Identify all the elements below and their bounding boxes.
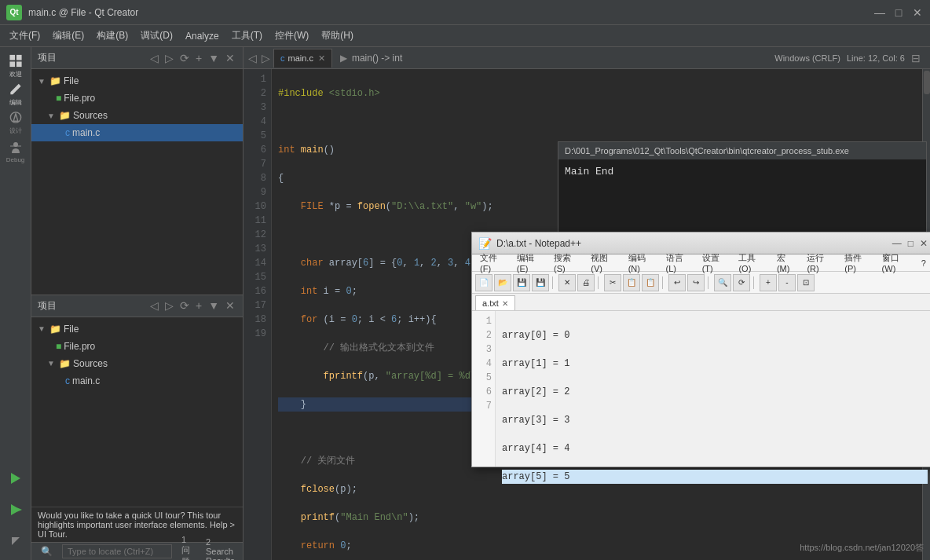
editor-tab-main-c[interactable]: c main.c ✕ bbox=[273, 49, 332, 68]
np-save-all-btn[interactable]: 💾 bbox=[532, 274, 549, 291]
np-menu-settings[interactable]: 设置(T) bbox=[698, 251, 734, 275]
np-zoom-reset[interactable]: ⊡ bbox=[797, 274, 815, 291]
np-zoom-out[interactable]: - bbox=[778, 274, 796, 291]
np-open-btn[interactable]: 📂 bbox=[494, 274, 511, 291]
minimize-button[interactable]: — bbox=[873, 6, 886, 19]
line-numbers: 12345 678910 1112131415 16171819 bbox=[243, 69, 272, 560]
svg-marker-5 bbox=[13, 114, 18, 122]
np-new-btn[interactable]: 📄 bbox=[475, 274, 492, 291]
top-panel-header: 项目 ◁ ▷ ⟳ + ▼ ✕ bbox=[31, 47, 243, 69]
np-menu-search[interactable]: 搜索(S) bbox=[549, 251, 586, 275]
window-title: main.c @ File - Qt Creator bbox=[28, 7, 873, 18]
panel-add-icon[interactable]: + bbox=[194, 52, 203, 64]
np-replace-btn[interactable]: ⟳ bbox=[733, 274, 750, 291]
terminal-content: Main End bbox=[558, 159, 926, 235]
bottom-panel-add[interactable]: + bbox=[194, 299, 203, 312]
np-menu-edit[interactable]: 编辑(E) bbox=[512, 251, 549, 275]
pro-icon: ■ bbox=[56, 93, 61, 104]
tree-arrow-sources: ▼ bbox=[47, 112, 57, 120]
menu-controls[interactable]: 控件(W) bbox=[269, 26, 315, 46]
tree-item-main-c[interactable]: c main.c bbox=[31, 124, 243, 141]
top-panel-title: 项目 bbox=[38, 51, 145, 64]
bottom-tree-file[interactable]: ▼ 📁 File bbox=[31, 320, 243, 338]
bottom-c-icon: c bbox=[65, 375, 70, 386]
notepad-code[interactable]: array[0] = 0 array[1] = 1 array[2] = 2 a… bbox=[496, 311, 930, 467]
notepad-maximize[interactable]: □ bbox=[908, 238, 914, 249]
np-save-btn[interactable]: 💾 bbox=[513, 274, 530, 291]
sidebar-run-debug[interactable] bbox=[3, 497, 28, 522]
np-menu-encoding[interactable]: 编码(N) bbox=[624, 251, 661, 275]
notepad-tab-a-txt[interactable]: a.txt ✕ bbox=[475, 295, 515, 310]
menu-debug[interactable]: 调试(D) bbox=[134, 26, 179, 46]
np-separator1 bbox=[552, 276, 555, 289]
np-menu-view[interactable]: 视图(V) bbox=[586, 251, 623, 275]
menu-edit[interactable]: 编辑(E) bbox=[46, 26, 90, 46]
tree-label-file-pro: File.pro bbox=[64, 93, 95, 104]
tab-close-icon[interactable]: ✕ bbox=[318, 53, 325, 64]
split-icon[interactable]: ⊟ bbox=[911, 52, 921, 64]
close-button[interactable]: ✕ bbox=[911, 6, 924, 19]
menu-analyze[interactable]: Analyze bbox=[179, 27, 225, 45]
np-menu-run[interactable]: 运行(R) bbox=[802, 251, 840, 275]
bottom-label-file: File bbox=[64, 324, 79, 335]
bottom-tree-main-c[interactable]: c main.c bbox=[31, 372, 243, 390]
sidebar-arrow[interactable] bbox=[3, 529, 28, 554]
editor-forward-btn[interactable]: ▷ bbox=[260, 52, 272, 64]
np-redo-btn[interactable]: ↪ bbox=[687, 274, 705, 291]
editor-back-btn[interactable]: ◁ bbox=[247, 52, 258, 64]
sidebar-design[interactable]: 设计 bbox=[3, 110, 28, 135]
notepad-tab-close[interactable]: ✕ bbox=[502, 299, 508, 308]
terminal-output: Main End bbox=[565, 166, 613, 178]
panel-forward-icon[interactable]: ▷ bbox=[163, 52, 175, 64]
bottom-arrow-sources: ▼ bbox=[47, 359, 57, 368]
np-menu-help[interactable]: ? bbox=[917, 257, 930, 269]
tree-item-file-pro[interactable]: ■ File.pro bbox=[31, 90, 243, 107]
sidebar-welcome[interactable]: 欢迎 bbox=[3, 53, 28, 79]
bottom-panel-close[interactable]: ✕ bbox=[224, 299, 236, 312]
panel-close-icon[interactable]: ✕ bbox=[224, 52, 236, 64]
bottom-tree-pro[interactable]: ■ File.pro bbox=[31, 338, 243, 355]
panel-back-icon[interactable]: ◁ bbox=[148, 52, 160, 64]
np-copy-btn[interactable]: 📋 bbox=[623, 274, 640, 291]
notepad-minimize[interactable]: — bbox=[892, 238, 902, 249]
np-print-btn[interactable]: 🖨 bbox=[577, 274, 595, 291]
bottom-panel-forward[interactable]: ▷ bbox=[163, 299, 175, 312]
bottom-panel-sync[interactable]: ⟳ bbox=[178, 299, 191, 312]
np-zoom-in[interactable]: + bbox=[760, 274, 777, 291]
menu-file[interactable]: 文件(F) bbox=[3, 26, 46, 46]
np-menu-plugins[interactable]: 插件(P) bbox=[840, 251, 877, 275]
panel-filter-icon[interactable]: ▼ bbox=[207, 52, 221, 64]
np-close-btn[interactable]: ✕ bbox=[558, 274, 576, 291]
maximize-button[interactable]: □ bbox=[892, 6, 905, 19]
panel-sync-icon[interactable]: ⟳ bbox=[178, 52, 191, 64]
menu-help[interactable]: 帮助(H) bbox=[315, 26, 360, 46]
locate-input[interactable] bbox=[62, 544, 172, 558]
np-menu-macro[interactable]: 宏(M) bbox=[772, 251, 802, 275]
sidebar-edit[interactable]: 编辑 bbox=[3, 82, 28, 107]
bottom-label-main-c: main.c bbox=[72, 375, 100, 386]
notepad-tab-label: a.txt bbox=[482, 298, 499, 308]
sidebar-run[interactable] bbox=[3, 466, 28, 491]
np-paste-btn[interactable]: 📋 bbox=[642, 274, 659, 291]
np-find-btn[interactable]: 🔍 bbox=[714, 274, 731, 291]
bottom-search-icon: 🔍 bbox=[35, 544, 59, 558]
np-menu-window[interactable]: 窗口(W) bbox=[877, 251, 917, 275]
np-menu-file[interactable]: 文件(F) bbox=[475, 251, 512, 275]
menu-tools[interactable]: 工具(T) bbox=[225, 26, 269, 46]
menu-build[interactable]: 构建(B) bbox=[90, 26, 134, 46]
tree-item-file-root[interactable]: ▼ 📁 File bbox=[31, 72, 243, 90]
np-separator3 bbox=[662, 276, 665, 289]
sidebar-debug[interactable]: Debug bbox=[3, 138, 28, 163]
notepad-close[interactable]: ✕ bbox=[920, 238, 928, 249]
np-menu-language[interactable]: 语言(L) bbox=[661, 251, 698, 275]
np-undo-btn[interactable]: ↩ bbox=[668, 274, 686, 291]
bottom-panel-filter[interactable]: ▼ bbox=[207, 299, 221, 312]
np-menu-tools[interactable]: 工具(O) bbox=[734, 251, 771, 275]
bottom-tree-sources[interactable]: ▼ 📁 Sources bbox=[31, 355, 243, 372]
tab-search-results[interactable]: 2 Search Results bbox=[200, 536, 241, 560]
tab-issues[interactable]: 1 问题 bbox=[175, 533, 196, 560]
tree-item-sources[interactable]: ▼ 📁 Sources bbox=[31, 107, 243, 124]
folder-icon-file: 📁 bbox=[49, 75, 61, 86]
bottom-panel-back[interactable]: ◁ bbox=[148, 299, 160, 312]
np-cut-btn[interactable]: ✂ bbox=[604, 274, 621, 291]
